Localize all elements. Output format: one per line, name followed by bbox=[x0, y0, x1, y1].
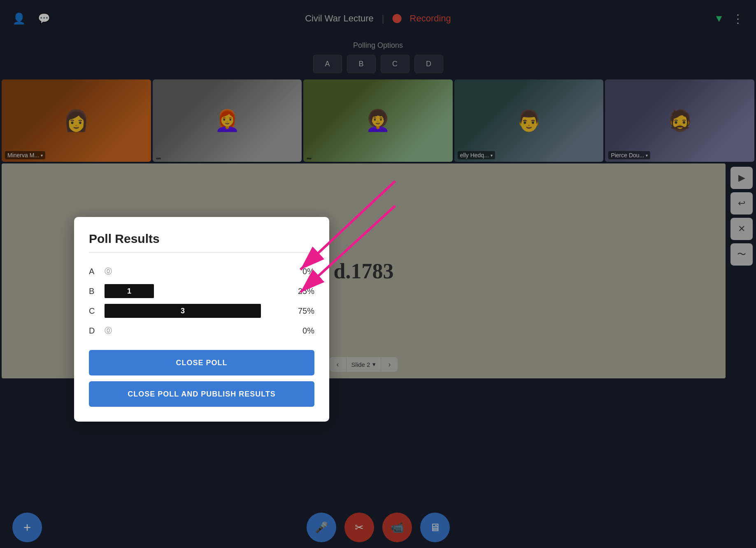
poll-bar-area-b: 1 bbox=[105, 284, 284, 298]
poll-pct-a: 0% bbox=[290, 267, 314, 276]
poll-letter-a: A bbox=[89, 267, 99, 276]
modal-title: Poll Results bbox=[89, 232, 314, 246]
close-publish-button[interactable]: CLOSE POLL AND PUBLISH RESULTS bbox=[89, 381, 314, 407]
poll-zero-d: ⓪ bbox=[105, 326, 112, 336]
poll-bar-area-c: 3 bbox=[105, 304, 284, 318]
poll-bar-b: 1 bbox=[105, 284, 154, 298]
poll-letter-c: C bbox=[89, 306, 99, 316]
poll-letter-b: B bbox=[89, 287, 99, 296]
poll-row-a: A ⓪ 0% bbox=[89, 264, 314, 278]
poll-pct-c: 75% bbox=[290, 306, 314, 316]
close-poll-button[interactable]: CLOSE POLL bbox=[89, 350, 314, 375]
poll-results-table: A ⓪ 0% B 1 25% C 3 75% bbox=[89, 264, 314, 338]
poll-bar-area-d: ⓪ bbox=[105, 324, 284, 338]
poll-letter-d: D bbox=[89, 326, 99, 336]
modal-overlay: Poll Results A ⓪ 0% B 1 25% C bbox=[0, 0, 756, 548]
modal-divider bbox=[89, 252, 314, 253]
poll-pct-b: 25% bbox=[290, 287, 314, 296]
poll-zero-a: ⓪ bbox=[105, 266, 112, 276]
poll-pct-d: 0% bbox=[290, 326, 314, 336]
poll-bar-area-a: ⓪ bbox=[105, 264, 284, 278]
poll-row-c: C 3 75% bbox=[89, 304, 314, 318]
poll-bar-c: 3 bbox=[105, 304, 261, 318]
poll-row-b: B 1 25% bbox=[89, 284, 314, 298]
poll-row-d: D ⓪ 0% bbox=[89, 324, 314, 338]
poll-results-modal: Poll Results A ⓪ 0% B 1 25% C bbox=[74, 217, 329, 422]
